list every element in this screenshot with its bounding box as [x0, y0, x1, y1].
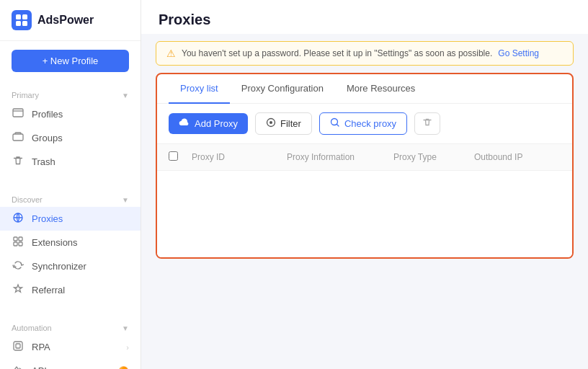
- go-setting-link[interactable]: Go Setting: [498, 48, 539, 58]
- tabs-container: Proxy list Proxy Configuration More Reso…: [156, 73, 574, 259]
- add-proxy-label: Add Proxy: [195, 118, 238, 129]
- table-col-check[interactable]: [169, 151, 183, 163]
- sidebar-item-api[interactable]: API 🟠: [0, 359, 141, 369]
- sidebar-item-label-proxies: Proxies: [32, 213, 63, 224]
- chevron-down-icon-2: ▼: [122, 196, 129, 204]
- sidebar-item-referral[interactable]: Referral: [0, 278, 141, 302]
- sidebar-item-label-referral: Referral: [32, 285, 65, 295]
- sidebar-item-proxies[interactable]: Proxies: [0, 207, 141, 231]
- table-body: [157, 171, 572, 257]
- svg-rect-11: [14, 342, 22, 350]
- tab-proxy-configuration[interactable]: Proxy Configuration: [230, 74, 335, 104]
- select-all-checkbox[interactable]: [169, 151, 178, 161]
- page-title: Proxies: [159, 12, 571, 28]
- page-header: Proxies: [141, 0, 588, 34]
- content-area: Proxy list Proxy Configuration More Reso…: [141, 73, 588, 369]
- svg-rect-2: [22, 21, 27, 26]
- sidebar-item-label-profiles: Profiles: [32, 109, 63, 120]
- logo-text: AdsPower: [37, 14, 94, 27]
- check-proxy-button[interactable]: Check proxy: [319, 112, 407, 135]
- svg-rect-7: [14, 237, 17, 241]
- new-profile-button[interactable]: + New Profile: [12, 50, 129, 72]
- svg-rect-1: [22, 14, 27, 19]
- svg-rect-8: [19, 237, 22, 241]
- sidebar-section-label-discover: Discover ▼: [0, 191, 141, 207]
- alert-bar: ⚠ You haven't set up a password. Please …: [156, 41, 574, 66]
- sidebar-section-label-primary: Primary ▼: [0, 86, 141, 102]
- svg-point-16: [270, 121, 272, 124]
- logo-icon: [12, 10, 32, 30]
- sidebar-item-rpa[interactable]: RPA ›: [0, 335, 141, 359]
- table-col-proxy-type: Proxy Type: [393, 152, 466, 162]
- table-col-outbound-ip: Outbound IP: [474, 152, 561, 162]
- main-content: Proxies ⚠ You haven't set up a password.…: [141, 0, 588, 369]
- sidebar-item-trash[interactable]: Trash: [0, 150, 141, 174]
- sidebar-item-label-extensions: Extensions: [32, 237, 78, 248]
- extensions-icon: [12, 236, 24, 249]
- table-header: Proxy ID Proxy Information Proxy Type Ou…: [157, 144, 572, 171]
- trash-icon: [12, 155, 24, 169]
- referral-icon: [12, 283, 24, 297]
- groups-icon: [12, 131, 24, 145]
- proxies-icon: [12, 212, 24, 226]
- sidebar-item-label-rpa: RPA: [32, 342, 50, 352]
- sidebar-item-extensions[interactable]: Extensions: [0, 231, 141, 254]
- chevron-down-icon: ▼: [122, 92, 129, 99]
- check-proxy-label: Check proxy: [344, 118, 396, 129]
- tab-more-resources[interactable]: More Resources: [335, 74, 427, 104]
- tabs-header: Proxy list Proxy Configuration More Reso…: [157, 74, 572, 104]
- svg-rect-3: [16, 21, 21, 26]
- table-col-proxy-id: Proxy ID: [192, 152, 278, 162]
- delete-button[interactable]: [414, 112, 440, 135]
- table-col-proxy-info: Proxy Information: [287, 152, 385, 162]
- chevron-right-icon: ›: [126, 343, 129, 352]
- alert-text: You haven't set up a password. Please se…: [182, 48, 492, 58]
- sidebar-item-synchronizer[interactable]: Synchronizer: [0, 254, 141, 278]
- sidebar-section-primary: Primary ▼ Profiles Groups Trash: [0, 81, 141, 179]
- svg-rect-12: [16, 344, 20, 348]
- sidebar-section-automation: Automation ▼ RPA › API 🟠: [0, 314, 141, 369]
- alert-icon: ⚠: [166, 48, 176, 59]
- svg-rect-5: [13, 134, 23, 141]
- sidebar-item-label-trash: Trash: [32, 156, 55, 167]
- profiles-icon: [12, 107, 24, 121]
- sidebar-section-discover: Discover ▼ Proxies Extensions Synchroniz…: [0, 185, 141, 308]
- synchronizer-icon: [12, 259, 24, 273]
- api-icon: [12, 364, 24, 369]
- sidebar: AdsPower + New Profile Primary ▼ Profile…: [0, 0, 141, 369]
- sidebar-item-label-synchronizer: Synchronizer: [32, 261, 86, 272]
- cloud-icon: [179, 118, 190, 129]
- api-badge: 🟠: [118, 366, 129, 370]
- tab-proxy-list[interactable]: Proxy list: [169, 74, 230, 104]
- sidebar-item-profiles[interactable]: Profiles: [0, 102, 141, 126]
- add-proxy-button[interactable]: Add Proxy: [169, 113, 248, 134]
- toolbar: Add Proxy Filter Check proxy: [157, 104, 572, 144]
- svg-rect-4: [13, 109, 23, 117]
- check-proxy-search-icon: [330, 117, 340, 130]
- rpa-icon: [12, 340, 24, 354]
- sidebar-item-label-api: API: [32, 365, 47, 369]
- filter-button[interactable]: Filter: [255, 112, 312, 135]
- filter-label: Filter: [280, 118, 301, 129]
- sidebar-item-groups[interactable]: Groups: [0, 126, 141, 150]
- filter-icon: [266, 117, 276, 130]
- svg-rect-0: [16, 14, 21, 19]
- logo: AdsPower: [0, 0, 141, 41]
- chevron-down-icon-3: ▼: [122, 324, 129, 332]
- sidebar-section-label-automation: Automation ▼: [0, 319, 141, 335]
- sidebar-item-label-groups: Groups: [32, 133, 63, 143]
- svg-rect-9: [14, 242, 17, 246]
- svg-rect-10: [19, 242, 22, 246]
